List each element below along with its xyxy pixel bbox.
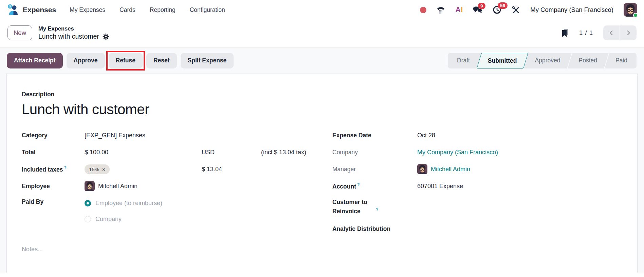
main-menu: My Expenses Cards Reporting Configuratio… <box>70 6 225 14</box>
control-panel: New My Expenses Lunch with customer <box>0 20 644 47</box>
refuse-button[interactable]: Refuse <box>109 53 143 68</box>
reset-button[interactable]: Reset <box>146 53 177 68</box>
category-label: Category <box>22 132 85 139</box>
content-area: Description Lunch with customer Category… <box>0 74 644 273</box>
ai-icon[interactable]: AI <box>455 5 463 14</box>
total-row: Total $ 100.00 USD (incl $ 13.04 tax) <box>22 147 329 158</box>
svg-text:$: $ <box>9 4 11 8</box>
breadcrumb: My Expenses Lunch with customer <box>38 25 109 41</box>
account-label: Account? <box>332 182 417 190</box>
stage-draft[interactable]: Draft <box>448 53 479 68</box>
included-taxes-row: Included taxes? 15% × $ 13.04 <box>22 164 329 175</box>
online-status-dot <box>633 13 638 18</box>
form-right-column: Expense Date Oct 28 Company My Company (… <box>332 130 622 253</box>
top-navbar: $ Expenses My Expenses Cards Reporting C… <box>0 0 644 20</box>
expense-date-value[interactable]: Oct 28 <box>417 132 435 139</box>
status-bar: Draft Submitted Approved Posted Paid <box>448 53 637 68</box>
expense-date-row: Expense Date Oct 28 <box>332 130 622 141</box>
description-label: Description <box>22 91 622 98</box>
menu-cards[interactable]: Cards <box>119 6 135 14</box>
help-icon[interactable]: ? <box>64 165 67 170</box>
tax-amount-value: $ 13.04 <box>202 166 222 173</box>
employee-value[interactable]: Mitchell Admin <box>85 181 137 191</box>
included-taxes-label: Included taxes? <box>22 165 85 173</box>
analytic-distribution-row: Analytic Distribution <box>332 223 622 235</box>
form-left-column: Category [EXP_GEN] Expenses Total $ 100.… <box>22 130 329 253</box>
messages-icon[interactable]: 9 <box>473 6 482 14</box>
company-switcher[interactable]: My Company (San Francisco) <box>530 6 613 14</box>
chevron-left-icon <box>609 30 614 36</box>
expenses-app-icon: $ <box>7 4 19 16</box>
form-sheet: Description Lunch with customer Category… <box>6 74 638 273</box>
category-row: Category [EXP_GEN] Expenses <box>22 130 329 141</box>
pager-previous-button[interactable] <box>603 25 620 40</box>
manager-avatar <box>417 164 427 174</box>
expense-date-label: Expense Date <box>332 132 417 139</box>
notes-field[interactable]: Notes... <box>22 246 329 253</box>
employee-label: Employee <box>22 183 85 190</box>
expense-title[interactable]: Lunch with customer <box>22 101 622 118</box>
paid-by-label: Paid By <box>22 198 85 205</box>
attach-receipt-button[interactable]: Attach Receipt <box>7 53 63 68</box>
app-name: Expenses <box>23 6 56 14</box>
help-icon[interactable]: ? <box>376 207 379 212</box>
tax-tag[interactable]: 15% × <box>85 164 110 174</box>
paid-by-option-employee[interactable]: Employee (to reimburse) <box>85 198 162 209</box>
manager-value[interactable]: Mitchell Admin <box>417 164 470 174</box>
user-avatar[interactable] <box>624 3 637 17</box>
app-brand[interactable]: $ Expenses <box>7 4 56 16</box>
account-row: Account? 607001 Expense <box>332 181 622 192</box>
company-label: Company <box>332 149 417 156</box>
pager-next-button[interactable] <box>620 25 637 40</box>
analytic-distribution-label: Analytic Distribution <box>332 225 417 233</box>
bookmark-icon[interactable] <box>562 28 569 37</box>
breadcrumb-parent[interactable]: My Expenses <box>38 25 109 32</box>
total-value[interactable]: $ 100.00 <box>85 149 202 156</box>
approve-button[interactable]: Approve <box>67 53 105 68</box>
customer-reinvoice-row: Customer to Reinvoice? <box>332 198 622 216</box>
stage-paid[interactable]: Paid <box>606 53 637 68</box>
pager-count: 1 / 1 <box>579 29 593 37</box>
stage-submitted-current[interactable]: Submitted <box>477 53 528 68</box>
manager-label: Manager <box>332 166 417 173</box>
tools-icon[interactable] <box>512 6 520 14</box>
breadcrumb-current: Lunch with customer <box>38 32 99 41</box>
voip-phone-icon[interactable] <box>437 6 445 14</box>
radio-unselected-icon[interactable] <box>85 216 91 222</box>
activities-clock-icon[interactable]: 56 <box>493 5 501 14</box>
menu-configuration[interactable]: Configuration <box>190 6 225 14</box>
company-row: Company My Company (San Francisco) <box>332 147 622 158</box>
radio-selected-icon[interactable] <box>85 200 91 206</box>
action-bar: Attach Receipt Approve Refuse Reset Spli… <box>0 47 644 74</box>
category-value[interactable]: [EXP_GEN] Expenses <box>85 132 145 139</box>
record-indicator-icon[interactable] <box>420 7 426 13</box>
account-value[interactable]: 607001 Expense <box>417 183 463 190</box>
stage-approved[interactable]: Approved <box>526 53 570 68</box>
employee-row: Employee Mitchell Admin <box>22 181 329 192</box>
menu-reporting[interactable]: Reporting <box>150 6 176 14</box>
employee-avatar <box>85 181 95 191</box>
paid-by-option-company[interactable]: Company <box>85 214 162 225</box>
split-expense-button[interactable]: Split Expense <box>181 53 234 68</box>
currency-value[interactable]: USD <box>202 149 261 156</box>
tax-included-note: (incl $ 13.04 tax) <box>261 149 306 156</box>
customer-reinvoice-label: Customer to Reinvoice? <box>332 198 417 216</box>
total-label: Total <box>22 149 85 156</box>
stage-posted[interactable]: Posted <box>569 53 606 68</box>
remove-tax-icon[interactable]: × <box>102 166 105 172</box>
new-button[interactable]: New <box>7 25 32 40</box>
chevron-right-icon <box>626 30 631 36</box>
activities-badge: 56 <box>498 2 507 9</box>
settings-gear-icon[interactable] <box>103 33 109 40</box>
help-icon[interactable]: ? <box>357 182 360 187</box>
company-value-link[interactable]: My Company (San Francisco) <box>417 149 498 156</box>
manager-row: Manager Mitchell Admin <box>332 164 622 175</box>
menu-my-expenses[interactable]: My Expenses <box>70 6 105 14</box>
paid-by-row: Paid By Employee (to reimburse) Company <box>22 198 329 225</box>
messages-badge: 9 <box>478 3 485 9</box>
